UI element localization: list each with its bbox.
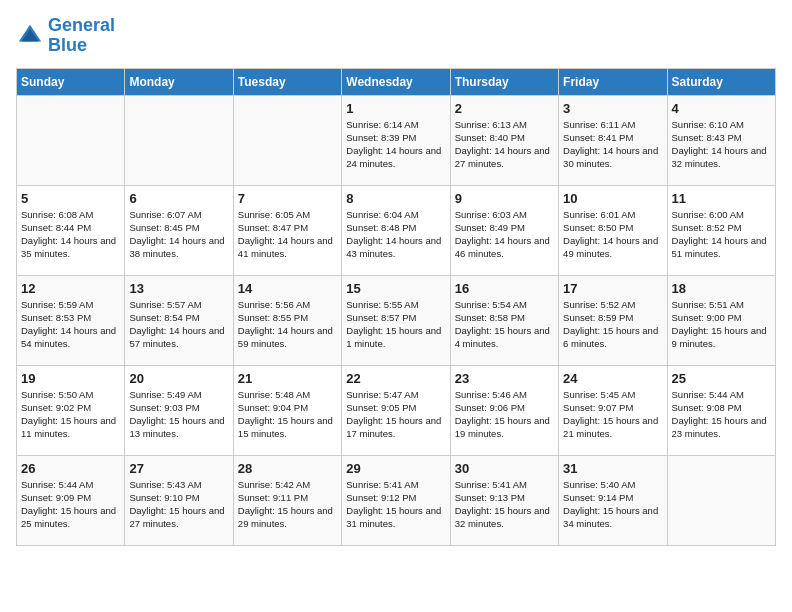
page-header: General Blue — [16, 16, 776, 56]
cell-info: Sunrise: 5:45 AM Sunset: 9:07 PM Dayligh… — [563, 388, 662, 441]
date-number: 27 — [129, 461, 228, 476]
calendar-cell: 28Sunrise: 5:42 AM Sunset: 9:11 PM Dayli… — [233, 455, 341, 545]
cell-info: Sunrise: 5:42 AM Sunset: 9:11 PM Dayligh… — [238, 478, 337, 531]
date-number: 4 — [672, 101, 771, 116]
calendar-cell: 14Sunrise: 5:56 AM Sunset: 8:55 PM Dayli… — [233, 275, 341, 365]
date-number: 24 — [563, 371, 662, 386]
date-number: 10 — [563, 191, 662, 206]
cell-info: Sunrise: 6:08 AM Sunset: 8:44 PM Dayligh… — [21, 208, 120, 261]
day-header-saturday: Saturday — [667, 68, 775, 95]
cell-info: Sunrise: 5:40 AM Sunset: 9:14 PM Dayligh… — [563, 478, 662, 531]
calendar-cell: 15Sunrise: 5:55 AM Sunset: 8:57 PM Dayli… — [342, 275, 450, 365]
date-number: 6 — [129, 191, 228, 206]
cell-info: Sunrise: 6:03 AM Sunset: 8:49 PM Dayligh… — [455, 208, 554, 261]
cell-info: Sunrise: 5:44 AM Sunset: 9:08 PM Dayligh… — [672, 388, 771, 441]
week-row-4: 19Sunrise: 5:50 AM Sunset: 9:02 PM Dayli… — [17, 365, 776, 455]
cell-info: Sunrise: 5:50 AM Sunset: 9:02 PM Dayligh… — [21, 388, 120, 441]
date-number: 3 — [563, 101, 662, 116]
week-row-3: 12Sunrise: 5:59 AM Sunset: 8:53 PM Dayli… — [17, 275, 776, 365]
day-header-sunday: Sunday — [17, 68, 125, 95]
cell-info: Sunrise: 6:14 AM Sunset: 8:39 PM Dayligh… — [346, 118, 445, 171]
calendar-table: SundayMondayTuesdayWednesdayThursdayFrid… — [16, 68, 776, 546]
cell-info: Sunrise: 5:54 AM Sunset: 8:58 PM Dayligh… — [455, 298, 554, 351]
cell-info: Sunrise: 5:52 AM Sunset: 8:59 PM Dayligh… — [563, 298, 662, 351]
date-number: 29 — [346, 461, 445, 476]
date-number: 11 — [672, 191, 771, 206]
date-number: 22 — [346, 371, 445, 386]
cell-info: Sunrise: 5:51 AM Sunset: 9:00 PM Dayligh… — [672, 298, 771, 351]
logo-icon — [16, 22, 44, 50]
date-number: 14 — [238, 281, 337, 296]
date-number: 20 — [129, 371, 228, 386]
calendar-cell: 26Sunrise: 5:44 AM Sunset: 9:09 PM Dayli… — [17, 455, 125, 545]
cell-info: Sunrise: 6:13 AM Sunset: 8:40 PM Dayligh… — [455, 118, 554, 171]
cell-info: Sunrise: 6:11 AM Sunset: 8:41 PM Dayligh… — [563, 118, 662, 171]
calendar-cell: 19Sunrise: 5:50 AM Sunset: 9:02 PM Dayli… — [17, 365, 125, 455]
date-number: 28 — [238, 461, 337, 476]
date-number: 30 — [455, 461, 554, 476]
day-header-monday: Monday — [125, 68, 233, 95]
cell-info: Sunrise: 5:49 AM Sunset: 9:03 PM Dayligh… — [129, 388, 228, 441]
day-header-tuesday: Tuesday — [233, 68, 341, 95]
cell-info: Sunrise: 5:57 AM Sunset: 8:54 PM Dayligh… — [129, 298, 228, 351]
cell-info: Sunrise: 5:48 AM Sunset: 9:04 PM Dayligh… — [238, 388, 337, 441]
calendar-cell — [233, 95, 341, 185]
calendar-cell: 6Sunrise: 6:07 AM Sunset: 8:45 PM Daylig… — [125, 185, 233, 275]
calendar-cell: 18Sunrise: 5:51 AM Sunset: 9:00 PM Dayli… — [667, 275, 775, 365]
cell-info: Sunrise: 5:41 AM Sunset: 9:13 PM Dayligh… — [455, 478, 554, 531]
logo: General Blue — [16, 16, 115, 56]
week-row-5: 26Sunrise: 5:44 AM Sunset: 9:09 PM Dayli… — [17, 455, 776, 545]
cell-info: Sunrise: 6:00 AM Sunset: 8:52 PM Dayligh… — [672, 208, 771, 261]
week-row-1: 1Sunrise: 6:14 AM Sunset: 8:39 PM Daylig… — [17, 95, 776, 185]
day-header-friday: Friday — [559, 68, 667, 95]
calendar-cell — [667, 455, 775, 545]
date-number: 9 — [455, 191, 554, 206]
date-number: 21 — [238, 371, 337, 386]
calendar-cell: 11Sunrise: 6:00 AM Sunset: 8:52 PM Dayli… — [667, 185, 775, 275]
day-header-thursday: Thursday — [450, 68, 558, 95]
calendar-cell: 31Sunrise: 5:40 AM Sunset: 9:14 PM Dayli… — [559, 455, 667, 545]
cell-info: Sunrise: 5:46 AM Sunset: 9:06 PM Dayligh… — [455, 388, 554, 441]
date-number: 5 — [21, 191, 120, 206]
date-number: 8 — [346, 191, 445, 206]
cell-info: Sunrise: 5:44 AM Sunset: 9:09 PM Dayligh… — [21, 478, 120, 531]
calendar-cell: 20Sunrise: 5:49 AM Sunset: 9:03 PM Dayli… — [125, 365, 233, 455]
cell-info: Sunrise: 6:01 AM Sunset: 8:50 PM Dayligh… — [563, 208, 662, 261]
cell-info: Sunrise: 5:59 AM Sunset: 8:53 PM Dayligh… — [21, 298, 120, 351]
calendar-cell: 27Sunrise: 5:43 AM Sunset: 9:10 PM Dayli… — [125, 455, 233, 545]
calendar-cell: 24Sunrise: 5:45 AM Sunset: 9:07 PM Dayli… — [559, 365, 667, 455]
calendar-cell: 29Sunrise: 5:41 AM Sunset: 9:12 PM Dayli… — [342, 455, 450, 545]
calendar-cell: 2Sunrise: 6:13 AM Sunset: 8:40 PM Daylig… — [450, 95, 558, 185]
cell-info: Sunrise: 6:07 AM Sunset: 8:45 PM Dayligh… — [129, 208, 228, 261]
calendar-cell: 5Sunrise: 6:08 AM Sunset: 8:44 PM Daylig… — [17, 185, 125, 275]
calendar-cell: 22Sunrise: 5:47 AM Sunset: 9:05 PM Dayli… — [342, 365, 450, 455]
day-header-wednesday: Wednesday — [342, 68, 450, 95]
logo-text: General Blue — [48, 16, 115, 56]
date-number: 18 — [672, 281, 771, 296]
calendar-cell: 10Sunrise: 6:01 AM Sunset: 8:50 PM Dayli… — [559, 185, 667, 275]
calendar-cell: 30Sunrise: 5:41 AM Sunset: 9:13 PM Dayli… — [450, 455, 558, 545]
cell-info: Sunrise: 5:56 AM Sunset: 8:55 PM Dayligh… — [238, 298, 337, 351]
calendar-cell: 9Sunrise: 6:03 AM Sunset: 8:49 PM Daylig… — [450, 185, 558, 275]
calendar-cell: 1Sunrise: 6:14 AM Sunset: 8:39 PM Daylig… — [342, 95, 450, 185]
calendar-cell: 17Sunrise: 5:52 AM Sunset: 8:59 PM Dayli… — [559, 275, 667, 365]
calendar-cell: 8Sunrise: 6:04 AM Sunset: 8:48 PM Daylig… — [342, 185, 450, 275]
calendar-cell: 3Sunrise: 6:11 AM Sunset: 8:41 PM Daylig… — [559, 95, 667, 185]
calendar-cell: 12Sunrise: 5:59 AM Sunset: 8:53 PM Dayli… — [17, 275, 125, 365]
calendar-cell: 7Sunrise: 6:05 AM Sunset: 8:47 PM Daylig… — [233, 185, 341, 275]
date-number: 17 — [563, 281, 662, 296]
date-number: 16 — [455, 281, 554, 296]
date-number: 12 — [21, 281, 120, 296]
cell-info: Sunrise: 6:04 AM Sunset: 8:48 PM Dayligh… — [346, 208, 445, 261]
cell-info: Sunrise: 6:05 AM Sunset: 8:47 PM Dayligh… — [238, 208, 337, 261]
cell-info: Sunrise: 5:41 AM Sunset: 9:12 PM Dayligh… — [346, 478, 445, 531]
cell-info: Sunrise: 5:47 AM Sunset: 9:05 PM Dayligh… — [346, 388, 445, 441]
calendar-cell: 4Sunrise: 6:10 AM Sunset: 8:43 PM Daylig… — [667, 95, 775, 185]
header-row: SundayMondayTuesdayWednesdayThursdayFrid… — [17, 68, 776, 95]
date-number: 7 — [238, 191, 337, 206]
calendar-cell: 13Sunrise: 5:57 AM Sunset: 8:54 PM Dayli… — [125, 275, 233, 365]
date-number: 19 — [21, 371, 120, 386]
date-number: 23 — [455, 371, 554, 386]
date-number: 15 — [346, 281, 445, 296]
cell-info: Sunrise: 5:43 AM Sunset: 9:10 PM Dayligh… — [129, 478, 228, 531]
